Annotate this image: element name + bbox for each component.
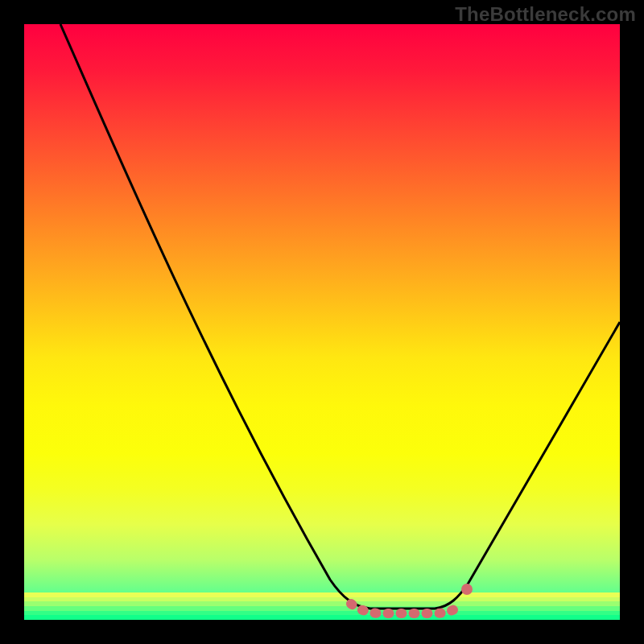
plot-area bbox=[24, 24, 620, 620]
right-end-marker bbox=[461, 584, 473, 595]
watermark-text: TheBottleneck.com bbox=[455, 3, 636, 26]
bottleneck-curve bbox=[60, 24, 620, 609]
curve-layer bbox=[24, 24, 620, 620]
chart-frame: TheBottleneck.com bbox=[0, 0, 644, 644]
